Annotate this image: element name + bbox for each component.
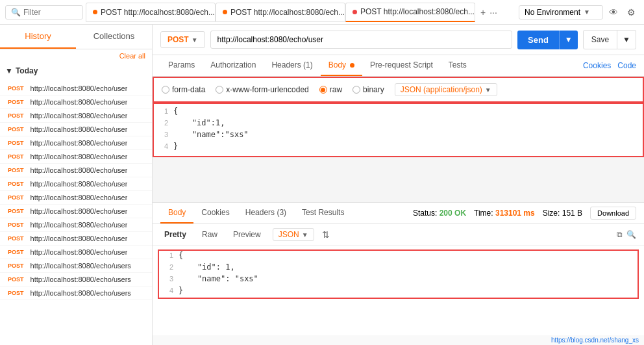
history-item[interactable]: POST http://localhost:8080/echo/user	[0, 82, 152, 96]
copy-icon[interactable]: ⧉	[617, 230, 623, 239]
history-item[interactable]: POST http://localhost:8080/echo/user	[0, 232, 152, 246]
request-tabs: Params Authorization Headers (1) Body Pr…	[153, 55, 644, 77]
body-option-raw[interactable]: raw	[319, 85, 342, 94]
bottom-link[interactable]: https://blog.csdn.net/shang_xs	[153, 335, 644, 345]
main-area: History Collections Clear all ▼ Today PO…	[0, 25, 644, 345]
radio-raw	[319, 86, 327, 94]
env-select[interactable]: No Environment ▼	[519, 5, 603, 19]
code-link[interactable]: Code	[617, 61, 636, 70]
history-url: http://localhost:8080/echo/user	[31, 84, 128, 92]
method-badge: POST	[5, 112, 27, 120]
resp-tab-cookies[interactable]: Cookies	[193, 203, 237, 224]
eye-button[interactable]: 👁	[606, 6, 621, 19]
download-button[interactable]: Download	[590, 207, 636, 220]
req-tab-body[interactable]: Body	[321, 55, 362, 76]
history-item[interactable]: POST http://localhost:8080/echo/user	[0, 109, 152, 123]
history-item[interactable]: POST http://localhost:8080/echo/user	[0, 96, 152, 109]
resp-tab-body[interactable]: Body	[160, 203, 193, 224]
request-editor-container[interactable]: 1 { 2 "id":1, 3 "name":"sxs" 4 }	[153, 103, 644, 202]
history-item[interactable]: POST http://localhost:8080/echo/user	[0, 150, 152, 164]
response-json-select[interactable]: JSON ▼	[273, 228, 314, 241]
history-item[interactable]: POST http://localhost:8080/echo/user	[0, 218, 152, 232]
send-button[interactable]: Send	[517, 31, 559, 49]
send-dropdown-button[interactable]: ▼	[559, 31, 578, 49]
history-item[interactable]: POST http://localhost:8080/echo/users	[0, 259, 152, 273]
resp-tab-testresults[interactable]: Test Results	[294, 203, 352, 224]
body-options: form-data x-www-form-urlencoded raw bina…	[153, 77, 644, 103]
resp-tab-headers[interactable]: Headers (3)	[238, 203, 294, 224]
clear-all-button[interactable]: Clear all	[0, 49, 152, 62]
save-dropdown-button[interactable]: ▼	[617, 30, 636, 49]
time-label: Time: 313101 ms	[474, 209, 535, 218]
resp-line-content: }	[179, 286, 183, 298]
body-option-formdata[interactable]: form-data	[162, 85, 205, 94]
url-tab-1[interactable]: POST http://localhost:8080/ech... ✕	[86, 3, 216, 22]
radio-binary	[353, 86, 360, 94]
resp-view-raw[interactable]: Raw	[198, 229, 221, 240]
request-code-editor[interactable]: 1 { 2 "id":1, 3 "name":"sxs" 4 }	[153, 103, 644, 157]
method-select[interactable]: POST ▼	[160, 31, 205, 48]
history-section-title: ▼ Today	[5, 66, 147, 75]
code-line: 2 "id":1,	[154, 118, 643, 130]
save-button[interactable]: Save	[583, 30, 617, 49]
history-item[interactable]: POST http://localhost:8080/echo/user	[0, 164, 152, 177]
code-line: 1 {	[154, 107, 643, 118]
tab-label-1: POST http://localhost:8080/ech...	[101, 8, 215, 17]
history-url: http://localhost:8080/echo/users	[31, 262, 131, 270]
more-tabs-button[interactable]: ···	[489, 7, 497, 18]
req-tab-authorization[interactable]: Authorization	[203, 55, 264, 76]
search-input[interactable]	[23, 8, 82, 17]
gear-button[interactable]: ⚙	[624, 6, 639, 19]
radio-formdata	[162, 86, 169, 94]
history-item[interactable]: POST http://localhost:8080/echo/user	[0, 205, 152, 218]
history-url: http://localhost:8080/echo/user	[31, 98, 128, 106]
search-icon: 🔍	[11, 8, 21, 17]
history-item[interactable]: POST http://localhost:8080/echo/user	[0, 136, 152, 150]
req-tab-params[interactable]: Params	[160, 55, 203, 76]
response-code-box: 1 { 2 "id": 1, 3 "name": "sxs" 4 }	[158, 249, 639, 299]
history-item[interactable]: POST http://localhost:8080/echo/user	[0, 191, 152, 205]
tab-label-3: POST http://localhost:8080/ech...	[360, 7, 475, 16]
url-input[interactable]	[210, 31, 512, 49]
history-url: http://localhost:8080/echo/users	[31, 289, 131, 297]
sidebar-tab-collections[interactable]: Collections	[76, 25, 152, 49]
history-items-container: POST http://localhost:8080/echo/user POS…	[0, 82, 152, 300]
response-tabs-bar: Body Cookies Headers (3) Test Results St…	[153, 203, 644, 224]
tab-dot-3	[353, 10, 357, 14]
json-type-select[interactable]: JSON (application/json) ▼	[395, 83, 497, 96]
url-tab-3[interactable]: POST http://localhost:8080/ech... ✕	[345, 3, 475, 22]
history-url: http://localhost:8080/echo/user	[31, 153, 128, 160]
line-content: }	[173, 142, 178, 153]
search-response-icon[interactable]: 🔍	[626, 230, 636, 239]
cookies-link[interactable]: Cookies	[583, 61, 611, 70]
method-badge: POST	[5, 235, 27, 242]
history-url: http://localhost:8080/echo/user	[31, 221, 128, 229]
history-item[interactable]: POST http://localhost:8080/echo/user	[0, 246, 152, 259]
resp-line-number: 2	[159, 262, 179, 274]
resp-line-content: "id": 1,	[179, 262, 235, 274]
response-area: Body Cookies Headers (3) Test Results St…	[153, 202, 644, 345]
method-badge: POST	[5, 194, 27, 201]
body-option-urlencoded[interactable]: x-www-form-urlencoded	[216, 85, 308, 94]
method-badge: POST	[5, 98, 27, 106]
search-box[interactable]: 🔍	[5, 5, 83, 19]
line-content: "id":1,	[173, 118, 225, 130]
resp-view-pretty[interactable]: Pretty	[160, 229, 190, 240]
body-option-binary[interactable]: binary	[353, 85, 384, 94]
history-item[interactable]: POST http://localhost:8080/echo/user	[0, 177, 152, 191]
method-badge: POST	[5, 153, 27, 160]
history-item[interactable]: POST http://localhost:8080/echo/user	[0, 123, 152, 136]
method-badge: POST	[5, 221, 27, 229]
response-options: Pretty Raw Preview JSON ▼ ⇅ ⧉ 🔍	[153, 224, 644, 246]
history-item[interactable]: POST http://localhost:8080/echo/users	[0, 287, 152, 300]
req-tab-prerequest[interactable]: Pre-request Script	[362, 55, 441, 76]
add-tab-button[interactable]: +	[480, 7, 486, 18]
url-tab-2[interactable]: POST http://localhost:8080/ech... ✕	[216, 3, 345, 22]
req-tab-tests[interactable]: Tests	[441, 55, 475, 76]
req-tab-headers[interactable]: Headers (1)	[264, 55, 320, 76]
resp-sort-icon[interactable]: ⇅	[322, 229, 330, 240]
sidebar-tab-history[interactable]: History	[0, 25, 76, 49]
history-item[interactable]: POST http://localhost:8080/echo/users	[0, 273, 152, 287]
resp-view-preview[interactable]: Preview	[229, 229, 265, 240]
request-code-lines: 1 { 2 "id":1, 3 "name":"sxs" 4 }	[154, 104, 643, 156]
